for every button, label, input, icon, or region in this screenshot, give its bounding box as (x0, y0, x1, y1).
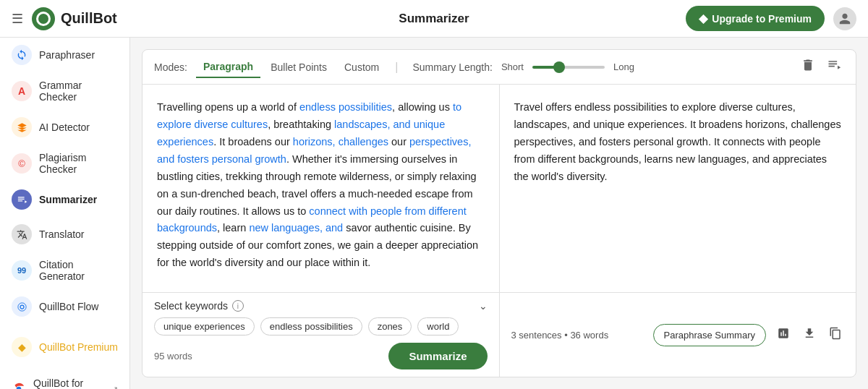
keyword-tag-2[interactable]: zones (368, 317, 412, 335)
summarizer-icon (12, 189, 32, 210)
sidebar-label-premium: QuillBot Premium (39, 341, 118, 353)
summarizer-panel: Modes: Paragraph Bullet Points Custom | … (142, 49, 856, 377)
sidebar-label-grammar: Grammar Checker (39, 80, 118, 103)
sidebar-label-plagiarism: Plagiarism Checker (39, 152, 118, 175)
keyword-tag-3[interactable]: world (417, 317, 459, 335)
sidebar-item-plagiarism[interactable]: © Plagiarism Checker (0, 145, 129, 182)
output-stats: 3 sentences • 36 words (511, 330, 609, 341)
link-endless-possibilities[interactable]: endless possibilities (299, 101, 392, 113)
sidebar-item-flow[interactable]: QuillBot Flow (0, 289, 129, 324)
word-count: 95 words (154, 351, 192, 362)
grammar-icon: A (12, 81, 32, 101)
keywords-header: Select keywords i ⌄ (154, 300, 488, 312)
header-actions: ◆ Upgrade to Premium (686, 6, 856, 31)
keywords-chevron[interactable]: ⌄ (479, 300, 488, 312)
premium-icon: ◆ (12, 337, 32, 357)
mode-bullet-button[interactable]: Bullet Points (263, 57, 334, 77)
sidebar-item-ai-detector[interactable]: AI Detector (0, 110, 129, 145)
summarize-button[interactable]: Summarize (388, 343, 487, 369)
logo-text: QuillBot (61, 10, 117, 27)
plagiarism-icon: © (12, 153, 32, 174)
output-text: Travel offers endless possibilities to e… (514, 99, 842, 186)
output-copy-button[interactable] (827, 325, 844, 346)
length-slider[interactable] (532, 66, 605, 69)
sidebar: Paraphraser A Grammar Checker AI Detecto… (0, 38, 130, 389)
link-horizons[interactable]: horizons, challenges (293, 136, 388, 148)
keyword-tags: unique experiences endless possibilities… (154, 317, 488, 335)
sidebar-label-ai-detector: AI Detector (39, 121, 90, 133)
logo-icon (32, 7, 55, 30)
length-label: Summary Length: (412, 61, 493, 73)
input-bottom: Select keywords i ⌄ unique experiences e… (142, 292, 500, 377)
view-toggle-button[interactable] (824, 55, 844, 79)
mode-custom-button[interactable]: Custom (337, 57, 386, 77)
paraphraser-icon (12, 45, 32, 65)
svg-point-1 (17, 302, 25, 310)
length-slider-container (532, 66, 605, 69)
sidebar-label-paraphraser: Paraphraser (39, 49, 95, 61)
citation-icon: 99 (12, 260, 32, 281)
sidebar-label-citation: Citation Generator (39, 259, 118, 282)
sidebar-item-citation[interactable]: 99 Citation Generator (0, 252, 129, 289)
paraphrase-summary-button[interactable]: Paraphrase Summary (653, 324, 766, 346)
flow-icon (12, 296, 32, 317)
sidebar-label-flow: QuillBot Flow (39, 301, 98, 312)
sidebar-item-premium[interactable]: ◆ QuillBot Premium (0, 330, 129, 364)
sidebar-item-chrome[interactable]: QuillBot for Chrome ↗ (0, 370, 129, 389)
text-areas: Travelling opens up a world of endless p… (142, 85, 856, 292)
ai-detector-icon (12, 117, 32, 137)
output-download-button[interactable] (801, 325, 818, 346)
info-icon: i (232, 300, 244, 312)
svg-point-0 (20, 305, 24, 309)
bottom-area: Select keywords i ⌄ unique experiences e… (142, 292, 856, 377)
sidebar-item-grammar[interactable]: A Grammar Checker (0, 72, 129, 110)
main-layout: Paraphraser A Grammar Checker AI Detecto… (0, 38, 868, 389)
menu-icon[interactable]: ☰ (12, 11, 23, 27)
user-avatar[interactable] (833, 7, 856, 30)
sidebar-item-translator[interactable]: Translator (0, 217, 129, 252)
keyword-tag-0[interactable]: unique experiences (154, 317, 255, 335)
app-header: ☰ QuillBot Summarizer ◆ Upgrade to Premi… (0, 0, 868, 38)
translator-icon (12, 224, 32, 244)
length-short-label: Short (501, 61, 524, 72)
length-long-label: Long (613, 61, 634, 72)
upgrade-button[interactable]: ◆ Upgrade to Premium (686, 6, 825, 31)
link-languages[interactable]: new languages, and (249, 222, 343, 234)
page-title: Summarizer (399, 12, 469, 26)
modes-label: Modes: (154, 61, 187, 73)
keywords-label: Select keywords i (154, 300, 244, 312)
toolbar-right (798, 55, 844, 79)
mode-paragraph-button[interactable]: Paragraph (196, 56, 260, 78)
keyword-tag-1[interactable]: endless possibilities (260, 317, 362, 335)
chrome-icon (12, 381, 26, 389)
word-count-row: 95 words Summarize (154, 343, 488, 369)
output-bottom: 3 sentences • 36 words Paraphrase Summar… (500, 292, 856, 377)
sidebar-item-paraphraser[interactable]: Paraphraser (0, 38, 129, 72)
input-text: Travelling opens up a world of endless p… (157, 99, 485, 272)
sidebar-label-translator: Translator (39, 228, 85, 240)
chrome-ext-arrow: ↗ (111, 385, 118, 390)
delete-button[interactable] (798, 55, 818, 79)
toolbar-separator: | (395, 61, 398, 74)
main-content: Modes: Paragraph Bullet Points Custom | … (130, 38, 868, 389)
sidebar-label-chrome: QuillBot for Chrome (33, 377, 104, 389)
toolbar: Modes: Paragraph Bullet Points Custom | … (142, 50, 856, 85)
sidebar-item-summarizer[interactable]: Summarizer (0, 182, 129, 217)
output-chart-button[interactable] (775, 325, 792, 346)
sidebar-label-summarizer: Summarizer (39, 194, 97, 205)
logo: QuillBot (32, 7, 117, 30)
output-text-area: Travel offers endless possibilities to e… (500, 85, 856, 292)
input-text-area[interactable]: Travelling opens up a world of endless p… (142, 85, 500, 292)
diamond-icon: ◆ (699, 12, 707, 25)
